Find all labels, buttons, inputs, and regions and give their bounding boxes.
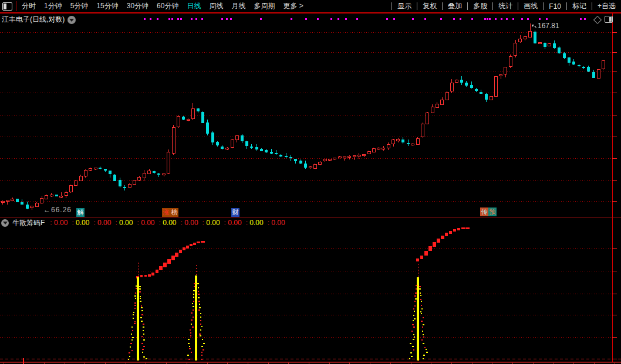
menu-item-5[interactable]: 60分钟	[157, 1, 178, 11]
tool-item-7[interactable]: 标记	[567, 1, 592, 11]
tool-item-0[interactable]: 显示	[392, 1, 417, 11]
symbol-title: 江丰电子(日线,对数)	[2, 15, 65, 25]
tool-item-6[interactable]: F10	[544, 2, 566, 11]
menu-item-8[interactable]: 月线	[231, 1, 245, 11]
indicator-value-5: : 0.00	[159, 219, 177, 227]
high-price-label: 167.81	[538, 22, 559, 30]
menu-item-2[interactable]: 5分钟	[70, 1, 89, 11]
tools-menu: 显示复权叠加多股统计画线F10标记+自选	[392, 0, 621, 12]
badge-char: 财	[231, 208, 239, 217]
menu-item-4[interactable]: 30分钟	[127, 1, 148, 11]
indicator-values: : 0.00: 0.00: 0.00: 0.00: 0.00: 0.00: 0.…	[46, 219, 285, 227]
indicator-value-3: : 0.00	[115, 219, 133, 227]
tool-item-4[interactable]: 统计	[493, 1, 518, 11]
indicator-value-7: : 0.00	[203, 219, 220, 227]
badge-notice-a[interactable]: 传	[480, 207, 488, 216]
menu-item-6[interactable]: 日线	[187, 1, 201, 11]
badge-char: 解	[76, 208, 85, 217]
indicator-value-0: : 0.00	[50, 219, 68, 227]
badge-gain-list[interactable]: 涨榜	[162, 208, 178, 217]
chevron-down-icon[interactable]	[1, 219, 9, 227]
menu-item-9[interactable]: 多周期	[254, 1, 275, 11]
indicator-value-6: : 0.00	[181, 219, 198, 227]
indicator-value-9: : 0.00	[246, 219, 264, 227]
chart-header: 江丰电子(日线,对数)	[2, 15, 76, 25]
menu-item-7[interactable]: 周线	[209, 1, 223, 11]
indicator-value-10: : 0.00	[268, 219, 285, 227]
indicator-name: 牛散筹码F	[12, 218, 45, 228]
badge-finance[interactable]: 财	[231, 208, 239, 217]
indicator-value-2: : 0.00	[93, 219, 111, 227]
badge-unlock[interactable]: 解	[76, 208, 85, 217]
tool-item-8[interactable]: +自选	[592, 1, 621, 11]
menu-item-0[interactable]: 分时	[22, 1, 36, 11]
badge-char: 榜	[170, 208, 178, 217]
indicator-header: 牛散筹码F : 0.00: 0.00: 0.00: 0.00: 0.00: 0.…	[1, 218, 285, 227]
badge-char: 传	[480, 207, 488, 216]
low-price-label: ←66.26	[43, 206, 72, 214]
tool-item-3[interactable]: 多股	[468, 1, 492, 11]
chevron-down-icon[interactable]	[68, 16, 76, 24]
chart-canvas[interactable]	[0, 0, 621, 364]
tool-item-1[interactable]: 复权	[417, 1, 442, 11]
indicator-value-1: : 0.00	[72, 219, 89, 227]
window-layout-icon[interactable]	[2, 2, 12, 11]
badge-notice-b[interactable]: 预	[488, 207, 497, 216]
tool-item-5[interactable]: 画线	[518, 1, 543, 11]
top-menu-bar: 分时1分钟5分钟15分钟30分钟60分钟日线周线月线多周期更多 > 显示复权叠加…	[0, 0, 621, 13]
indicator-value-8: : 0.00	[224, 219, 242, 227]
period-menu: 分时1分钟5分钟15分钟30分钟60分钟日线周线月线多周期更多 >	[22, 1, 303, 11]
indicator-value-4: : 0.00	[137, 219, 154, 227]
split-view-icon[interactable]	[605, 16, 613, 23]
badge-char: 涨	[162, 208, 170, 217]
menu-divider	[16, 1, 16, 11]
panel-separator	[0, 217, 621, 217]
menu-item-10[interactable]: 更多 >	[283, 1, 303, 11]
tool-item-2[interactable]: 叠加	[443, 1, 467, 11]
menu-item-1[interactable]: 1分钟	[44, 1, 62, 11]
menu-item-3[interactable]: 15分钟	[96, 1, 118, 11]
badge-char: 预	[488, 207, 497, 216]
